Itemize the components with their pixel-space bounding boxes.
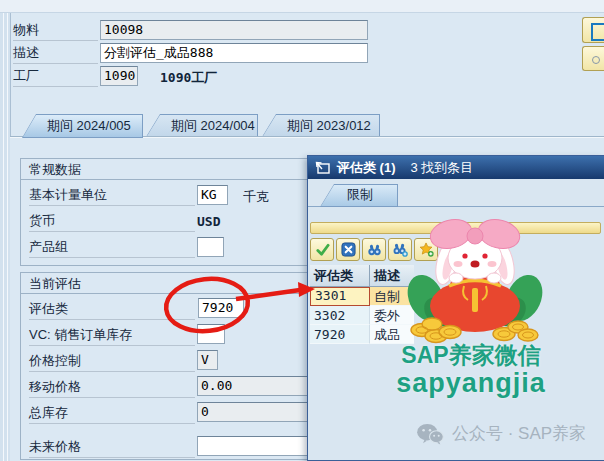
cancel-icon [341,242,356,257]
currency-label: 货币 [29,212,195,232]
rabbit-mascot-image [404,214,546,348]
footer-watermark: 公众号 · SAP养家 [416,422,586,445]
tab-label: 期间 2024/005 [47,118,131,133]
valuation-class-field[interactable]: 7920 [198,298,244,318]
cancel-button[interactable] [336,238,360,261]
price-control-field[interactable]: V [197,350,218,370]
divider [21,179,308,180]
groupbox-title: 当前评估 [29,275,81,292]
popup-title: 评估类 (1) [337,159,396,177]
tab-label: 限制 [347,187,373,202]
sap-window: 物料 10098 描述 分割评估_成品888 工厂 1090 1090工厂 期间… [0,0,604,461]
find-button[interactable] [362,238,386,261]
frame-line [7,13,8,461]
window-top-strip [0,0,604,13]
tab-label: 期间 2024/004 [171,118,255,133]
table-header-row: 评估类 描述 [310,265,414,287]
description-field[interactable]: 分割评估_成品888 [100,43,368,63]
material-field[interactable]: 10098 [100,20,368,40]
accept-button[interactable] [310,238,334,261]
plant-field[interactable]: 1090 [100,66,138,86]
base-unit-label: 基本计量单位 [29,186,195,206]
plant-description-text: 1090工厂 [160,69,217,87]
product-group-label: 产品组 [29,238,195,258]
sales-order-stock-field[interactable] [197,324,225,344]
small-icon [592,56,600,64]
groupbox-title: 常规数据 [29,161,81,178]
moving-price-label: 移动价格 [29,378,195,398]
product-group-field[interactable] [197,237,224,257]
base-unit-field[interactable]: KG [197,185,228,205]
find-icon [367,242,382,257]
document-icon [591,23,604,41]
sales-order-stock-label: VC: 销售订单库存 [29,326,195,346]
total-stock-label: 总库存 [29,404,195,424]
column-header-valuation-class: 评估类 [310,265,370,286]
material-label: 物料 [13,21,98,41]
accept-icon [315,242,330,257]
brand-pinyin-text: sapyangjia [366,368,576,399]
cell-valuation-class[interactable]: 3301 [310,287,370,306]
brand-watermark: SAP养家微信 sapyangjia [366,342,576,399]
valuation-class-value-help-popup: 评估类 (1) 3 找到条目 限制 [307,155,604,461]
divider [21,293,308,294]
value-help-window-icon [315,161,330,174]
popup-entries-found: 3 找到条目 [411,159,474,177]
frame-line [3,13,4,461]
footer-text: 公众号 · SAP养家 [452,422,586,445]
cell-valuation-class[interactable]: 3302 [310,306,370,325]
tab-period-2024-004[interactable]: 期间 2024/004 [146,114,258,137]
base-unit-text: 千克 [243,188,269,206]
tab-period-2024-005[interactable]: 期间 2024/005 [22,114,143,138]
tab-restrictions[interactable]: 限制 [320,184,398,207]
brand-chinese-text: SAP养家微信 [366,342,576,368]
tab-period-2023-012[interactable]: 期间 2023/012 [262,114,380,137]
edge-button-2[interactable] [582,46,604,71]
edge-button-1[interactable] [582,17,604,43]
description-label: 描述 [13,44,98,64]
wechat-icon [416,423,444,445]
current-valuation-groupbox: 当前评估 评估类 7920 VC: 销售订单库存 价格控制 V 移动价格 0.0… [20,272,309,460]
valuation-class-label: 评估类 [29,300,195,320]
table-row-3302[interactable]: 3302 委外 [310,306,414,325]
general-data-groupbox: 常规数据 基本计量单位 KG 千克 货币 USD 产品组 [20,158,309,266]
value-help-table: 评估类 描述 3301 自制 3302 委外 7920 成品 [310,265,414,344]
currency-value: USD [197,214,220,229]
future-price-label: 未来价格 [29,438,195,458]
price-control-label: 价格控制 [29,352,195,372]
cell-valuation-class[interactable]: 7920 [310,325,370,344]
popup-titlebar[interactable]: 评估类 (1) 3 找到条目 [308,156,604,179]
plant-label: 工厂 [13,67,98,87]
table-row-3301[interactable]: 3301 自制 [310,287,414,306]
tab-label: 期间 2023/012 [287,118,371,133]
